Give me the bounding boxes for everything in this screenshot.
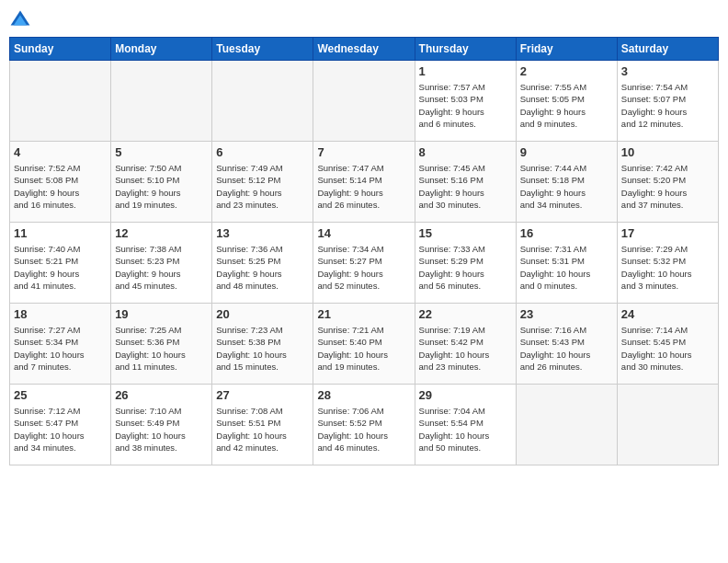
day-number: 9 (520, 145, 613, 159)
calendar-table: SundayMondayTuesdayWednesdayThursdayFrid… (9, 37, 719, 465)
page-header (9, 9, 719, 31)
calendar-cell (617, 385, 718, 465)
day-info: Sunrise: 7:42 AM Sunset: 5:20 PM Dayligh… (621, 162, 714, 211)
day-info: Sunrise: 7:40 AM Sunset: 5:21 PM Dayligh… (14, 243, 107, 292)
day-number: 26 (115, 388, 208, 402)
calendar-cell: 28Sunrise: 7:06 AM Sunset: 5:52 PM Dayli… (313, 385, 415, 465)
day-info: Sunrise: 7:25 AM Sunset: 5:36 PM Dayligh… (115, 324, 208, 373)
calendar-week-row: 25Sunrise: 7:12 AM Sunset: 5:47 PM Dayli… (10, 385, 719, 465)
day-info: Sunrise: 7:34 AM Sunset: 5:27 PM Dayligh… (317, 243, 410, 292)
col-header-tuesday: Tuesday (212, 38, 313, 61)
calendar-cell (10, 61, 111, 142)
day-number: 25 (14, 388, 107, 402)
day-info: Sunrise: 7:44 AM Sunset: 5:18 PM Dayligh… (520, 162, 613, 211)
day-info: Sunrise: 7:36 AM Sunset: 5:25 PM Dayligh… (216, 243, 309, 292)
day-info: Sunrise: 7:23 AM Sunset: 5:38 PM Dayligh… (216, 324, 309, 373)
col-header-sunday: Sunday (10, 38, 111, 61)
day-number: 23 (520, 307, 613, 321)
calendar-cell: 9Sunrise: 7:44 AM Sunset: 5:18 PM Daylig… (516, 142, 617, 223)
day-info: Sunrise: 7:49 AM Sunset: 5:12 PM Dayligh… (216, 162, 309, 211)
day-info: Sunrise: 7:38 AM Sunset: 5:23 PM Dayligh… (115, 243, 208, 292)
day-number: 6 (216, 145, 309, 159)
calendar-cell: 23Sunrise: 7:16 AM Sunset: 5:43 PM Dayli… (516, 304, 617, 385)
day-info: Sunrise: 7:29 AM Sunset: 5:32 PM Dayligh… (621, 243, 714, 292)
calendar-cell: 14Sunrise: 7:34 AM Sunset: 5:27 PM Dayli… (313, 223, 415, 304)
calendar-cell: 26Sunrise: 7:10 AM Sunset: 5:49 PM Dayli… (111, 385, 212, 465)
calendar-cell: 2Sunrise: 7:55 AM Sunset: 5:05 PM Daylig… (516, 61, 617, 142)
calendar-cell: 17Sunrise: 7:29 AM Sunset: 5:32 PM Dayli… (617, 223, 718, 304)
calendar-cell (516, 385, 617, 465)
col-header-thursday: Thursday (415, 38, 516, 61)
day-info: Sunrise: 7:31 AM Sunset: 5:31 PM Dayligh… (520, 243, 613, 292)
calendar-cell: 27Sunrise: 7:08 AM Sunset: 5:51 PM Dayli… (212, 385, 313, 465)
day-info: Sunrise: 7:47 AM Sunset: 5:14 PM Dayligh… (317, 162, 410, 211)
day-info: Sunrise: 7:57 AM Sunset: 5:03 PM Dayligh… (419, 81, 512, 130)
calendar-week-row: 4Sunrise: 7:52 AM Sunset: 5:08 PM Daylig… (10, 142, 719, 223)
day-number: 1 (419, 64, 512, 78)
day-number: 15 (419, 226, 512, 240)
calendar-cell: 1Sunrise: 7:57 AM Sunset: 5:03 PM Daylig… (415, 61, 516, 142)
day-number: 5 (115, 145, 208, 159)
calendar-cell: 3Sunrise: 7:54 AM Sunset: 5:07 PM Daylig… (617, 61, 718, 142)
day-number: 8 (419, 145, 512, 159)
day-number: 22 (419, 307, 512, 321)
day-number: 4 (14, 145, 107, 159)
day-number: 3 (621, 64, 714, 78)
calendar-cell (313, 61, 415, 142)
calendar-cell: 6Sunrise: 7:49 AM Sunset: 5:12 PM Daylig… (212, 142, 313, 223)
day-number: 16 (520, 226, 613, 240)
day-number: 21 (317, 307, 410, 321)
day-number: 17 (621, 226, 714, 240)
day-number: 28 (317, 388, 410, 402)
calendar-cell: 29Sunrise: 7:04 AM Sunset: 5:54 PM Dayli… (415, 385, 516, 465)
day-info: Sunrise: 7:33 AM Sunset: 5:29 PM Dayligh… (419, 243, 512, 292)
day-number: 18 (14, 307, 107, 321)
day-number: 7 (317, 145, 410, 159)
day-info: Sunrise: 7:50 AM Sunset: 5:10 PM Dayligh… (115, 162, 208, 211)
calendar-cell: 18Sunrise: 7:27 AM Sunset: 5:34 PM Dayli… (10, 304, 111, 385)
logo (9, 9, 35, 31)
calendar-cell (212, 61, 313, 142)
calendar-week-row: 1Sunrise: 7:57 AM Sunset: 5:03 PM Daylig… (10, 61, 719, 142)
col-header-saturday: Saturday (617, 38, 718, 61)
day-number: 14 (317, 226, 410, 240)
calendar-cell: 19Sunrise: 7:25 AM Sunset: 5:36 PM Dayli… (111, 304, 212, 385)
day-number: 2 (520, 64, 613, 78)
day-number: 20 (216, 307, 309, 321)
calendar-cell: 15Sunrise: 7:33 AM Sunset: 5:29 PM Dayli… (415, 223, 516, 304)
day-number: 11 (14, 226, 107, 240)
day-info: Sunrise: 7:06 AM Sunset: 5:52 PM Dayligh… (317, 405, 410, 454)
day-info: Sunrise: 7:52 AM Sunset: 5:08 PM Dayligh… (14, 162, 107, 211)
col-header-monday: Monday (111, 38, 212, 61)
calendar-cell: 5Sunrise: 7:50 AM Sunset: 5:10 PM Daylig… (111, 142, 212, 223)
calendar-cell: 22Sunrise: 7:19 AM Sunset: 5:42 PM Dayli… (415, 304, 516, 385)
day-number: 24 (621, 307, 714, 321)
calendar-cell: 24Sunrise: 7:14 AM Sunset: 5:45 PM Dayli… (617, 304, 718, 385)
day-info: Sunrise: 7:08 AM Sunset: 5:51 PM Dayligh… (216, 405, 309, 454)
calendar-cell: 12Sunrise: 7:38 AM Sunset: 5:23 PM Dayli… (111, 223, 212, 304)
day-info: Sunrise: 7:04 AM Sunset: 5:54 PM Dayligh… (419, 405, 512, 454)
day-number: 29 (419, 388, 512, 402)
day-info: Sunrise: 7:45 AM Sunset: 5:16 PM Dayligh… (419, 162, 512, 211)
day-number: 19 (115, 307, 208, 321)
calendar-week-row: 11Sunrise: 7:40 AM Sunset: 5:21 PM Dayli… (10, 223, 719, 304)
day-number: 10 (621, 145, 714, 159)
col-header-wednesday: Wednesday (313, 38, 415, 61)
calendar-cell (111, 61, 212, 142)
day-number: 13 (216, 226, 309, 240)
calendar-week-row: 18Sunrise: 7:27 AM Sunset: 5:34 PM Dayli… (10, 304, 719, 385)
calendar-cell: 11Sunrise: 7:40 AM Sunset: 5:21 PM Dayli… (10, 223, 111, 304)
calendar-cell: 10Sunrise: 7:42 AM Sunset: 5:20 PM Dayli… (617, 142, 718, 223)
calendar-cell: 21Sunrise: 7:21 AM Sunset: 5:40 PM Dayli… (313, 304, 415, 385)
calendar-header-row: SundayMondayTuesdayWednesdayThursdayFrid… (10, 38, 719, 61)
day-info: Sunrise: 7:14 AM Sunset: 5:45 PM Dayligh… (621, 324, 714, 373)
calendar-cell: 25Sunrise: 7:12 AM Sunset: 5:47 PM Dayli… (10, 385, 111, 465)
day-info: Sunrise: 7:54 AM Sunset: 5:07 PM Dayligh… (621, 81, 714, 130)
logo-icon (9, 9, 31, 31)
day-info: Sunrise: 7:55 AM Sunset: 5:05 PM Dayligh… (520, 81, 613, 130)
calendar-cell: 16Sunrise: 7:31 AM Sunset: 5:31 PM Dayli… (516, 223, 617, 304)
day-info: Sunrise: 7:12 AM Sunset: 5:47 PM Dayligh… (14, 405, 107, 454)
day-number: 27 (216, 388, 309, 402)
day-info: Sunrise: 7:21 AM Sunset: 5:40 PM Dayligh… (317, 324, 410, 373)
calendar-cell: 4Sunrise: 7:52 AM Sunset: 5:08 PM Daylig… (10, 142, 111, 223)
